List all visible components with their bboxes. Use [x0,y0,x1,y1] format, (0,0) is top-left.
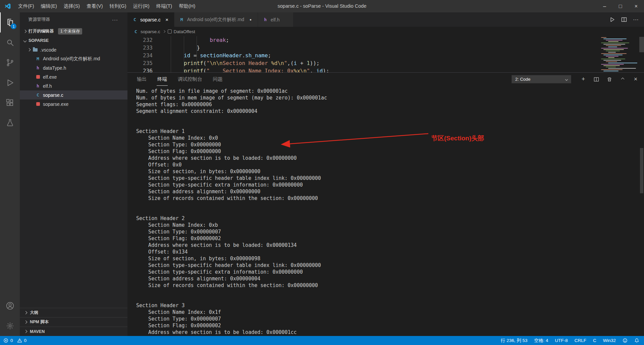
minimap-line [603,49,624,50]
editor-tab-0[interactable]: Csoparse.c× [127,12,174,27]
source-control-icon[interactable] [0,53,20,73]
terminal-line: Num. of bytes in mem image of segment (m… [136,94,644,101]
problems-indicator[interactable]: 0 0 [3,338,29,343]
platform[interactable]: Win32 [603,338,616,343]
tree-item-1[interactable]: MAndroid so(elf)文件解析.md [20,54,127,63]
minimap-line [603,55,623,55]
encoding[interactable]: UTF-8 [555,338,568,343]
indentation[interactable]: 空格: 4 [534,338,548,344]
open-editors-header[interactable]: 打开的编辑器 1 个未保存 [20,26,127,36]
new-terminal-icon[interactable]: + [580,76,587,83]
menu-item-7[interactable]: 帮助(H) [175,0,199,12]
sidebar-section-2[interactable]: MAVEN [20,327,127,336]
h-file-icon: h [35,83,41,88]
terminal-line: Segment flags: 0x00000006 [136,101,644,108]
h-file-icon: h [35,65,41,70]
tree-item-3[interactable]: elf.exe [20,72,127,81]
menu-item-3[interactable]: 查看(V) [83,0,106,12]
panel-tab-2[interactable]: 调试控制台 [177,73,203,86]
editor-tab-1[interactable]: MAndroid so(elf)文件解析.md● [174,12,258,27]
minimap-line [608,41,619,42]
terminal-line: Section Name Index: 0x0 [136,135,644,141]
cursor-position[interactable]: 行 236, 列 53 [501,338,528,344]
terminal-line [136,289,644,295]
feedback-smiley-icon[interactable] [623,338,628,343]
menu-item-4[interactable]: 转到(G) [106,0,130,12]
c-file-icon: C [35,92,41,97]
tree-item-0[interactable]: .vscode [20,45,127,54]
sidebar-section-0[interactable]: 大纲 [20,308,127,317]
terminal-line: Section Name Index: 0x1f [136,309,644,316]
minimize-button[interactable]: – [597,0,612,12]
editor-tab-2[interactable]: helf.h [258,12,293,27]
maximize-button[interactable]: □ [612,0,628,12]
minimap-line [608,52,616,53]
panel-tab-3[interactable]: 问题 [212,73,223,86]
settings-gear-icon[interactable] [0,316,20,336]
breadcrumb-item-symbol[interactable]: DataOffest [168,29,195,34]
tree-item-4[interactable]: helf.h [20,81,127,90]
editor-scrollbar[interactable] [639,36,644,72]
panel-tab-0[interactable]: 输出 [136,73,147,86]
titlebar: 文件(F)编辑(E)选择(S)查看(V)转到(G)运行(R)终端(T)帮助(H)… [0,0,644,12]
workspace-folder-header[interactable]: SOPARSE [20,36,127,45]
error-icon [3,338,8,343]
menu-item-5[interactable]: 运行(R) [129,0,153,12]
tree-item-2[interactable]: hdataType.h [20,63,127,72]
more-actions-icon[interactable]: ··· [633,16,639,23]
notifications-bell-icon[interactable] [634,338,639,343]
account-icon[interactable] [0,296,20,316]
menu-item-2[interactable]: 选择(S) [60,0,83,12]
terminal-line: Section type-specific extra information:… [136,269,644,275]
run-debug-icon[interactable] [0,73,20,93]
vscode-logo-icon[interactable] [0,0,15,12]
indent-guide [184,36,184,72]
file-name: elf.exe [43,74,57,80]
chevron-down-icon [23,39,27,42]
md-file-icon: M [179,17,184,22]
terminal-select[interactable]: 2: Code [512,75,571,83]
eol-sequence[interactable]: CRLF [575,338,586,343]
minimap[interactable] [601,37,638,71]
sidebar-more-actions-icon[interactable]: ··· [112,17,118,22]
panel-tab-1[interactable]: 终端 [157,73,168,86]
language-mode[interactable]: C [593,338,596,343]
tab-close-icon[interactable]: × [163,16,171,23]
code-editor[interactable]: 232233234235236 break; } id = sectionHea… [127,36,644,72]
panel-scrollbar[interactable] [640,148,643,193]
terminal-line: Section Name Index: 0xb [136,222,644,228]
test-beaker-icon[interactable] [0,113,20,133]
terminal-line: Section address alignment: 0x00000000 [136,188,644,195]
breadcrumb-item-file[interactable]: Csoparse.c [133,29,160,34]
extensions-icon[interactable] [0,93,20,113]
close-panel-icon[interactable]: × [632,76,639,83]
terminal-line: Section Header 2 [136,215,644,222]
panel: 输出终端调试控制台问题 2: Code + [127,72,644,336]
minimap-line [606,51,620,51]
menu-item-0[interactable]: 文件(F) [15,0,38,12]
terminal-line: Section type-specific extra information:… [136,182,644,188]
tree-item-5[interactable]: Csoparse.c [20,90,127,99]
search-icon[interactable] [0,32,20,53]
run-file-icon[interactable] [609,17,615,22]
terminal-line: Size of records contained within the sec… [136,282,644,289]
maximize-panel-icon[interactable] [619,76,626,83]
explorer-badge: 1 [11,23,16,29]
close-window-button[interactable]: × [628,0,644,12]
menu-item-6[interactable]: 终端(T) [153,0,176,12]
breadcrumb-label: soparse.c [141,29,160,34]
sidebar-section-1[interactable]: NPM 脚本 [20,317,127,327]
split-terminal-icon[interactable] [593,76,600,83]
tree-item-6[interactable]: soparse.exe [20,99,127,109]
minimap-line [606,61,617,62]
chevron-right-icon [23,29,27,33]
folder-file-icon [33,48,38,52]
terminal-line: Section Flag: 0x00000000 [136,148,644,155]
split-editor-icon[interactable] [621,17,627,22]
minimap-line [601,69,623,70]
menu-item-1[interactable]: 编辑(E) [38,0,60,12]
explorer-icon[interactable]: 1 [0,12,20,32]
status-bar: 0 0 行 236, 列 53 空格: 4 UTF-8 CRLF C Win32 [0,336,644,345]
kill-terminal-icon[interactable] [606,76,613,83]
terminal-output[interactable]: Num. of bytes in file image of segment: … [127,86,644,336]
